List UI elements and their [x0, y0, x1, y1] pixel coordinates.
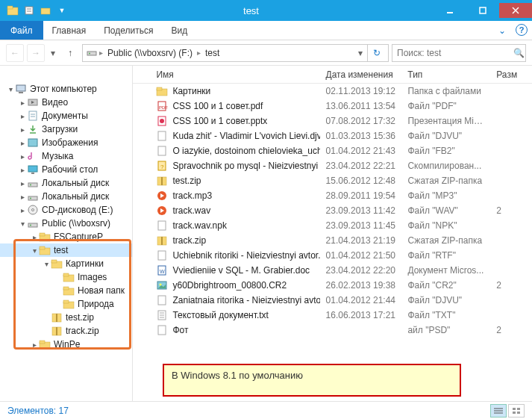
status-bar: Элементов: 17: [0, 401, 532, 419]
file-row[interactable]: ?Spravochnik po mysql - Nieizviestnyi av…: [133, 158, 532, 173]
expand-icon[interactable]: ▾: [42, 260, 51, 268]
tree-node[interactable]: ▸FSCaptureP: [0, 230, 132, 243]
maximize-button[interactable]: [466, 3, 499, 18]
file-row[interactable]: Uchiebnik ritoriki - Nieizviestnyi avtor…: [133, 248, 532, 263]
address-bar: ← → ▾ ↑ ▸ Public (\\vboxsrv) (F:) ▸ test…: [0, 40, 532, 66]
tree-node[interactable]: ▾Этот компьютер: [0, 82, 132, 96]
svg-rect-5: [41, 8, 50, 14]
svg-rect-25: [28, 196, 37, 200]
tree-node[interactable]: ▸Документы: [0, 109, 132, 122]
ribbon-tab-home[interactable]: Главная: [43, 21, 96, 40]
column-headers[interactable]: Имя Дата изменения Тип Разм: [133, 66, 532, 84]
expand-icon[interactable]: ▸: [30, 233, 39, 241]
column-date[interactable]: Дата изменения: [320, 69, 402, 80]
tree-node[interactable]: ▸Музыка: [0, 149, 132, 163]
tree-node[interactable]: Новая папк: [0, 284, 132, 297]
close-button[interactable]: [499, 3, 532, 18]
tree-node[interactable]: ▸Рабочий стол: [0, 163, 132, 176]
file-row[interactable]: track.wav.npk23.09.2013 11:45Файл "NPK": [133, 218, 532, 233]
minimize-button[interactable]: [434, 3, 466, 18]
file-row[interactable]: O iazykie, dostoinom chielovieka_uchieb.…: [133, 143, 532, 158]
file-date: 01.04.2012 21:43: [320, 146, 402, 156]
svg-point-11: [89, 53, 90, 55]
svg-rect-13: [19, 92, 23, 93]
expand-icon[interactable]: ▾: [6, 85, 15, 93]
tree-node[interactable]: ▸Видео: [0, 96, 132, 109]
expand-icon[interactable]: ▸: [18, 206, 27, 214]
qat-dropdown-icon[interactable]: ▼: [55, 4, 69, 17]
tree-label: WinPe: [54, 339, 80, 350]
navigation-tree[interactable]: ▾Этот компьютер▸Видео▸Документы▸Загрузки…: [0, 66, 133, 401]
breadcrumb-segment[interactable]: test: [202, 48, 222, 58]
ribbon-expand-icon[interactable]: ⌄: [493, 21, 511, 40]
file-date: 26.02.2013 19:38: [320, 280, 402, 291]
tree-node[interactable]: ▸WinPe: [0, 338, 132, 351]
breadcrumb-segment[interactable]: Public (\\vboxsrv) (F:): [104, 48, 195, 58]
expand-icon[interactable]: ▸: [18, 166, 27, 174]
drive-icon: [27, 190, 39, 202]
expand-icon[interactable]: ▸: [18, 193, 27, 201]
file-icon: [156, 130, 168, 142]
search-input[interactable]: [397, 48, 509, 58]
back-button[interactable]: ←: [6, 44, 24, 62]
qat-newfolder-icon[interactable]: [39, 4, 52, 17]
tree-node[interactable]: ▾Public (\\vboxsrv): [0, 217, 132, 230]
expand-icon[interactable]: ▸: [18, 152, 27, 161]
ribbon-file-tab[interactable]: Файл: [0, 21, 43, 40]
tree-node[interactable]: ▾Картинки: [0, 257, 132, 270]
file-row[interactable]: Kuda zhit' - Vladimir L'vovich Lievi.djv…: [133, 128, 532, 143]
chevron-right-icon[interactable]: ▸: [197, 49, 201, 57]
view-icons-button[interactable]: [508, 404, 525, 418]
tree-node[interactable]: ▸Локальный диск: [0, 190, 132, 203]
tree-node[interactable]: Images: [0, 270, 132, 284]
file-row[interactable]: Zaniatnaia ritorika - Nieizviestnyi avto…: [133, 293, 532, 308]
up-button[interactable]: ↑: [61, 44, 79, 62]
chevron-right-icon[interactable]: ▸: [99, 49, 103, 57]
file-row[interactable]: track.mp328.09.2011 19:54Файл "MP3": [133, 188, 532, 203]
ribbon-tab-share[interactable]: Поделиться: [95, 21, 162, 40]
tree-node[interactable]: ▸Загрузки: [0, 122, 132, 136]
file-row[interactable]: track.wav23.09.2013 11:42Файл "WAV"2: [133, 203, 532, 218]
tree-node[interactable]: ▸CD-дисковод (E:): [0, 203, 132, 217]
view-details-button[interactable]: [490, 404, 507, 418]
expand-icon[interactable]: ▸: [18, 179, 27, 187]
file-row[interactable]: y60Dbrightroom_00800.CR226.02.2013 19:38…: [133, 278, 532, 293]
address-dropdown-icon[interactable]: ▾: [355, 48, 366, 58]
expand-icon[interactable]: ▸: [18, 125, 27, 134]
expand-icon[interactable]: ▸: [30, 341, 39, 349]
file-row[interactable]: Картинки02.11.2013 19:12Папка с файлами: [133, 84, 532, 99]
tree-node[interactable]: ▾test: [0, 243, 132, 257]
help-icon[interactable]: ?: [516, 24, 528, 36]
file-row[interactable]: WVviedieniie v SQL - M. Grabier.doc23.04…: [133, 263, 532, 278]
expand-icon[interactable]: ▸: [18, 139, 27, 147]
file-row[interactable]: CSS 100 и 1 совет.pptx07.08.2012 17:32Пр…: [133, 114, 532, 128]
tree-node[interactable]: Природа: [0, 297, 132, 311]
expand-icon[interactable]: ▸: [18, 99, 27, 107]
forward-button[interactable]: →: [27, 44, 45, 62]
file-row[interactable]: PDFCSS 100 и 1 совет.pdf13.06.2011 13:54…: [133, 99, 532, 114]
tree-node[interactable]: track.zip: [0, 324, 132, 338]
expand-icon[interactable]: ▾: [30, 246, 39, 255]
column-size[interactable]: Разм: [490, 69, 532, 80]
file-name: O iazykie, dostoinom chielovieka_uchieb.…: [172, 146, 319, 156]
expand-icon[interactable]: ▾: [18, 220, 27, 228]
tree-label: Музыка: [42, 151, 73, 161]
file-row[interactable]: Фотайл "PSD"2: [133, 323, 532, 338]
breadcrumb[interactable]: ▸ Public (\\vboxsrv) (F:) ▸ test ▾ ↻: [82, 44, 389, 62]
file-type: Скомпилирован...: [401, 161, 490, 171]
tree-node[interactable]: ▸Локальный диск: [0, 176, 132, 190]
tree-node[interactable]: ▸Изображения: [0, 136, 132, 149]
history-dropdown-icon[interactable]: ▾: [48, 44, 58, 62]
column-name[interactable]: Имя: [150, 69, 319, 80]
refresh-button[interactable]: ↻: [367, 45, 385, 61]
file-row[interactable]: test.zip15.06.2012 12:48Сжатая ZIP-папка: [133, 173, 532, 188]
column-type[interactable]: Тип: [401, 69, 490, 80]
ribbon-tab-view[interactable]: Вид: [162, 21, 196, 40]
tree-node[interactable]: test.zip: [0, 311, 132, 324]
file-row[interactable]: Текстовый документ.txt16.06.2013 17:21Фа…: [133, 308, 532, 323]
file-row[interactable]: track.zip21.04.2013 21:19Сжатая ZIP-папк…: [133, 233, 532, 248]
search-box[interactable]: 🔍: [392, 44, 526, 62]
desktop-icon: [27, 164, 39, 176]
expand-icon[interactable]: ▸: [18, 112, 27, 120]
qat-properties-icon[interactable]: [22, 4, 36, 17]
